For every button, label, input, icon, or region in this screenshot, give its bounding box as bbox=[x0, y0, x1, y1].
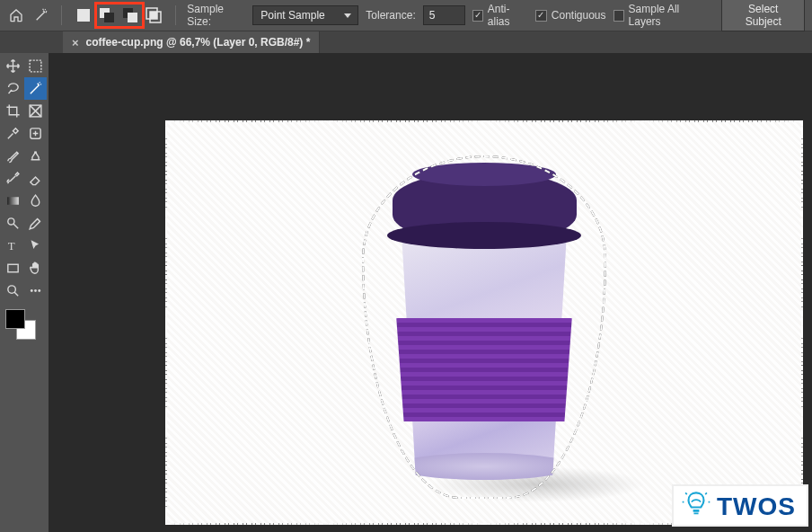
home-icon[interactable] bbox=[7, 5, 25, 25]
coffee-cup-image bbox=[367, 161, 601, 493]
foreground-color-swatch[interactable] bbox=[5, 309, 25, 329]
tolerance-input[interactable]: 5 bbox=[423, 5, 465, 25]
svg-point-12 bbox=[8, 218, 14, 225]
history-brush-tool-icon[interactable] bbox=[2, 167, 24, 190]
contiguous-checkbox[interactable]: Contiguous bbox=[535, 9, 606, 22]
selection-marquee-cup bbox=[362, 155, 606, 499]
lightbulb-icon bbox=[681, 490, 711, 523]
brush-tool-icon[interactable] bbox=[2, 145, 24, 167]
magic-wand-tool-icon[interactable] bbox=[24, 77, 47, 100]
checkbox-icon bbox=[613, 10, 624, 22]
svg-rect-2 bbox=[104, 13, 114, 22]
contiguous-label: Contiguous bbox=[552, 9, 606, 22]
type-tool-icon[interactable]: T bbox=[2, 235, 24, 257]
sample-all-layers-label: Sample All Layers bbox=[629, 3, 708, 28]
selection-intersect-icon[interactable] bbox=[143, 4, 164, 26]
zoom-tool-icon[interactable] bbox=[2, 279, 24, 302]
pen-tool-icon[interactable] bbox=[24, 212, 47, 235]
document-canvas[interactable] bbox=[165, 120, 803, 525]
checkbox-icon bbox=[535, 10, 547, 22]
frame-tool-icon[interactable] bbox=[24, 100, 47, 122]
hand-tool-icon[interactable] bbox=[24, 257, 47, 279]
separator bbox=[175, 5, 176, 25]
anti-alias-checkbox[interactable]: Anti-alias bbox=[472, 3, 528, 28]
selection-new-icon[interactable] bbox=[73, 4, 94, 26]
dodge-tool-icon[interactable] bbox=[2, 212, 24, 235]
selection-add-icon[interactable] bbox=[96, 4, 118, 26]
rectangle-tool-icon[interactable] bbox=[2, 257, 24, 279]
marquee-tool-icon[interactable] bbox=[24, 55, 47, 77]
selection-mode-group bbox=[73, 4, 164, 26]
gradient-tool-icon[interactable] bbox=[2, 190, 24, 212]
sample-size-label: Sample Size: bbox=[187, 3, 245, 28]
svg-point-17 bbox=[34, 289, 37, 292]
eraser-tool-icon[interactable] bbox=[24, 167, 47, 190]
eyedropper-tool-icon[interactable] bbox=[2, 122, 24, 145]
tolerance-label: Tolerance: bbox=[366, 9, 415, 22]
healing-brush-tool-icon[interactable] bbox=[24, 122, 47, 145]
document-tab[interactable]: × coffee-cup.png @ 66,7% (Layer 0, RGB/8… bbox=[63, 31, 320, 53]
svg-rect-8 bbox=[30, 60, 41, 72]
anti-alias-label: Anti-alias bbox=[488, 3, 528, 28]
svg-text:T: T bbox=[8, 240, 15, 253]
document-tab-title: coffee-cup.png @ 66,7% (Layer 0, RGB/8#)… bbox=[86, 36, 311, 49]
svg-rect-11 bbox=[7, 197, 19, 205]
tolerance-value: 5 bbox=[429, 9, 436, 22]
sample-size-value: Point Sample bbox=[260, 9, 324, 22]
sample-all-layers-checkbox[interactable]: Sample All Layers bbox=[613, 3, 708, 28]
edit-toolbar-icon[interactable] bbox=[24, 279, 47, 302]
svg-point-16 bbox=[31, 289, 33, 292]
move-tool-icon[interactable] bbox=[2, 55, 24, 77]
magic-wand-tool-icon[interactable] bbox=[32, 5, 50, 25]
close-tab-icon[interactable]: × bbox=[72, 36, 79, 49]
blur-tool-icon[interactable] bbox=[24, 190, 47, 212]
watermark-text: TWOS bbox=[717, 492, 796, 521]
toolbox: T bbox=[0, 53, 49, 343]
svg-rect-14 bbox=[8, 264, 18, 272]
color-swatches[interactable] bbox=[2, 306, 47, 341]
sample-size-dropdown[interactable]: Point Sample bbox=[252, 5, 358, 25]
lasso-tool-icon[interactable] bbox=[2, 77, 24, 100]
options-bar: Sample Size: Point Sample Tolerance: 5 A… bbox=[0, 0, 812, 31]
selection-subtract-icon[interactable] bbox=[119, 4, 141, 26]
clone-stamp-tool-icon[interactable] bbox=[24, 145, 47, 167]
svg-rect-4 bbox=[128, 13, 137, 22]
svg-rect-7 bbox=[150, 12, 157, 19]
svg-point-18 bbox=[38, 289, 40, 292]
select-subject-button[interactable]: Select Subject bbox=[721, 0, 805, 31]
crop-tool-icon[interactable] bbox=[2, 100, 24, 122]
svg-rect-0 bbox=[77, 9, 90, 22]
path-selection-tool-icon[interactable] bbox=[24, 235, 47, 257]
canvas-area[interactable] bbox=[49, 53, 812, 532]
document-tab-bar: × coffee-cup.png @ 66,7% (Layer 0, RGB/8… bbox=[0, 31, 812, 53]
checkbox-icon bbox=[472, 10, 483, 22]
separator bbox=[61, 5, 62, 25]
watermark-badge: TWOS bbox=[672, 484, 808, 527]
